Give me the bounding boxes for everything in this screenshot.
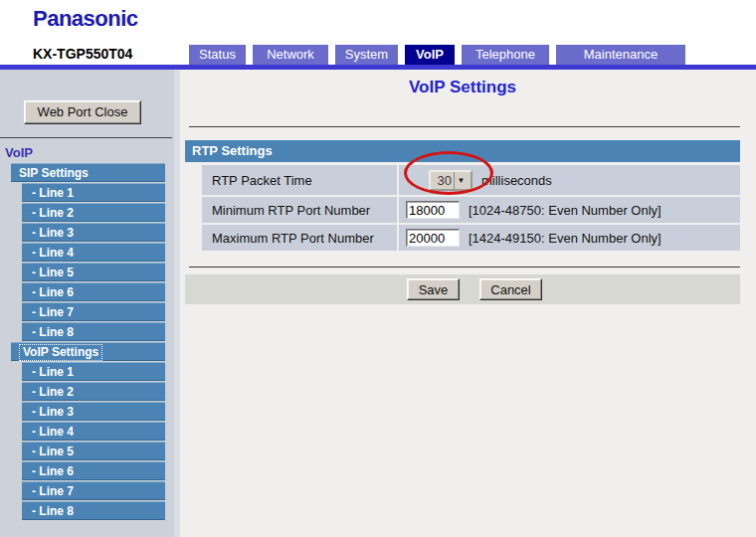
sidebar-item-sip-line-3[interactable]: - Line 3 <box>22 223 165 242</box>
sidebar-item-voip-line-5[interactable]: - Line 5 <box>22 442 165 460</box>
min-rtp-port-label: Minimum RTP Port Number <box>202 197 397 223</box>
panasonic-logo: Panasonic <box>33 6 138 32</box>
web-port-close-button[interactable]: Web Port Close <box>24 100 141 124</box>
sidebar-item-voip-line-4[interactable]: - Line 4 <box>22 422 165 441</box>
sidebar-section-label: VoIP <box>5 145 33 160</box>
page-title: VoIP Settings <box>185 78 740 97</box>
sidebar: Web Port Close VoIP SIP Settings - Line … <box>0 70 180 537</box>
sidebar-item-voip-line-6[interactable]: - Line 6 <box>22 461 165 480</box>
tab-network[interactable]: Network <box>253 45 328 65</box>
sidebar-item-voip-line-7[interactable]: - Line 7 <box>22 481 165 500</box>
min-rtp-port-input[interactable] <box>406 201 460 219</box>
rtp-packet-time-label: RTP Packet Time <box>202 165 397 195</box>
min-rtp-port-value-cell: [1024-48750: Even Number Only] <box>399 197 740 223</box>
tab-status[interactable]: Status <box>189 45 246 65</box>
title-divider <box>189 126 740 127</box>
sidebar-item-sip-line-4[interactable]: - Line 4 <box>22 243 165 262</box>
sidebar-item-voip-line-8[interactable]: - Line 8 <box>22 501 165 520</box>
sidebar-item-voip-line-1[interactable]: - Line 1 <box>22 362 165 381</box>
rtp-packet-time-selected-value: 30 <box>431 173 454 188</box>
sidebar-item-sip-settings[interactable]: SIP Settings <box>11 163 165 182</box>
sidebar-item-sip-line-7[interactable]: - Line 7 <box>22 302 165 321</box>
save-button[interactable]: Save <box>407 278 460 300</box>
sidebar-item-voip-line-2[interactable]: - Line 2 <box>22 382 165 401</box>
min-rtp-port-hint: [1024-48750: Even Number Only] <box>469 203 662 218</box>
model-number: KX-TGP550T04 <box>33 46 132 62</box>
tab-maintenance[interactable]: Maintenance <box>556 45 685 65</box>
button-strip: Save Cancel <box>185 274 740 304</box>
tab-telephone[interactable]: Telephone <box>462 45 549 65</box>
sidebar-item-voip-settings-label: VoIP Settings <box>19 344 102 361</box>
sidebar-item-sip-line-6[interactable]: - Line 6 <box>22 282 165 301</box>
sidebar-divider <box>0 137 172 138</box>
max-rtp-port-hint: [1424-49150: Even Number Only] <box>469 231 662 246</box>
sidebar-item-voip-settings[interactable]: VoIP Settings <box>11 342 165 361</box>
rtp-packet-time-select[interactable]: 30 ▼ <box>429 170 472 191</box>
top-tab-bar: Status Network System VoIP Telephone Mai… <box>189 45 685 65</box>
sidebar-item-sip-line-5[interactable]: - Line 5 <box>22 263 165 281</box>
max-rtp-port-input[interactable] <box>406 229 460 247</box>
tab-system[interactable]: System <box>335 45 398 65</box>
rtp-packet-time-value-cell: 30 ▼ milliseconds <box>399 165 740 195</box>
sidebar-item-sip-line-8[interactable]: - Line 8 <box>22 322 165 341</box>
chevron-down-icon[interactable]: ▼ <box>454 172 468 189</box>
cancel-button[interactable]: Cancel <box>479 278 542 300</box>
content-divider <box>189 267 740 268</box>
main-content: VoIP Settings RTP Settings RTP Packet Ti… <box>180 70 756 537</box>
sidebar-item-sip-line-1[interactable]: - Line 1 <box>22 183 165 202</box>
rtp-settings-header: RTP Settings <box>185 140 740 162</box>
sidebar-item-voip-line-3[interactable]: - Line 3 <box>22 402 165 421</box>
page: Panasonic KX-TGP550T04 Status Network Sy… <box>0 0 756 537</box>
sidebar-menu: SIP Settings - Line 1 - Line 2 - Line 3 … <box>0 163 180 521</box>
sidebar-item-sip-line-2[interactable]: - Line 2 <box>22 203 165 222</box>
milliseconds-suffix: milliseconds <box>481 173 552 188</box>
max-rtp-port-label: Maximum RTP Port Number <box>202 225 397 251</box>
tab-voip[interactable]: VoIP <box>405 45 455 65</box>
max-rtp-port-value-cell: [1424-49150: Even Number Only] <box>399 225 740 251</box>
